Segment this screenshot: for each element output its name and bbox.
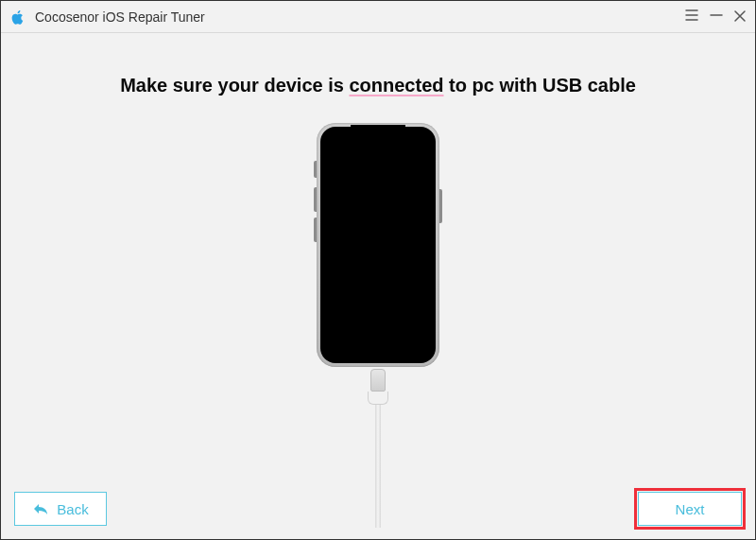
device-illustration: [317, 123, 439, 528]
app-window: Cocosenor iOS Repair Tuner Make sure you…: [0, 0, 756, 540]
menu-icon[interactable]: [685, 9, 698, 25]
instruction-text: Make sure your device is connected to pc…: [120, 75, 636, 96]
back-button-label: Back: [57, 501, 88, 517]
app-title: Cocosenor iOS Repair Tuner: [35, 9, 205, 25]
app-logo-icon: [9, 8, 27, 26]
next-button[interactable]: Next: [638, 492, 742, 526]
back-button[interactable]: Back: [14, 492, 107, 526]
footer-buttons: Back Next: [14, 492, 742, 526]
instruction-suffix: to pc with USB cable: [444, 75, 636, 96]
main-content: Make sure your device is connected to pc…: [1, 33, 755, 539]
phone-icon: [317, 123, 439, 367]
titlebar: Cocosenor iOS Repair Tuner: [1, 1, 755, 33]
next-button-label: Next: [676, 501, 705, 517]
window-controls: [685, 9, 746, 25]
back-arrow-icon: [32, 502, 49, 515]
instruction-emphasis: connected: [349, 75, 443, 96]
instruction-prefix: Make sure your device is: [120, 75, 349, 96]
close-icon[interactable]: [734, 9, 746, 25]
minimize-icon[interactable]: [710, 9, 723, 25]
